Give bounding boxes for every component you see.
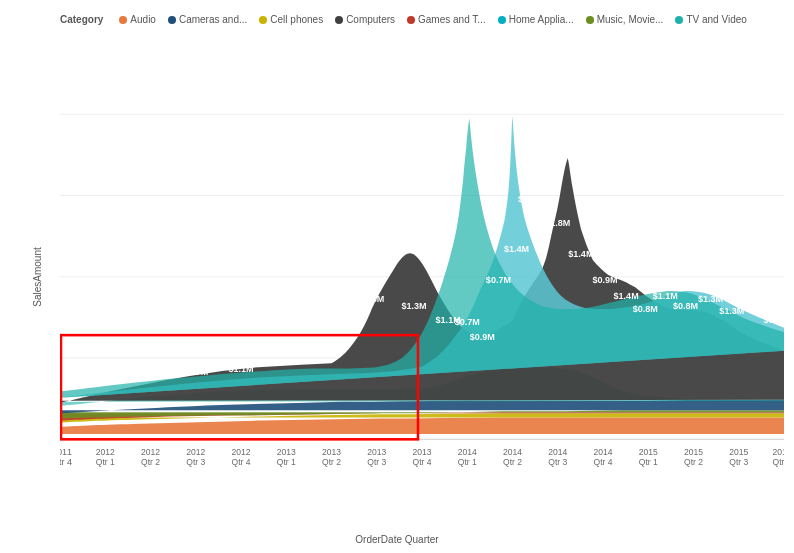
svg-text:2013: 2013 xyxy=(322,447,341,457)
legend-item-label: Computers xyxy=(346,14,395,25)
svg-text:$0.7M: $0.7M xyxy=(183,367,208,377)
svg-text:$0.8M: $0.8M xyxy=(763,314,784,324)
legend-item: TV and Video xyxy=(675,14,746,25)
svg-text:$1.9M: $1.9M xyxy=(518,194,543,204)
svg-text:2014: 2014 xyxy=(594,447,613,457)
legend-color-dot xyxy=(586,16,594,24)
legend-item-label: Music, Movie... xyxy=(597,14,664,25)
legend: Category AudioCameras and...Cell phonesC… xyxy=(60,10,784,33)
svg-text:2012: 2012 xyxy=(232,447,251,457)
svg-text:2013: 2013 xyxy=(367,447,386,457)
svg-text:$1.4M: $1.4M xyxy=(614,291,639,301)
svg-text:2012: 2012 xyxy=(141,447,160,457)
svg-text:Qtr 3: Qtr 3 xyxy=(186,457,205,467)
svg-text:2012: 2012 xyxy=(186,447,205,457)
svg-text:2015: 2015 xyxy=(639,447,658,457)
legend-item: Music, Movie... xyxy=(586,14,664,25)
svg-text:$0.7M: $0.7M xyxy=(455,317,480,327)
svg-text:Qtr 4: Qtr 4 xyxy=(232,457,251,467)
svg-text:2015: 2015 xyxy=(684,447,703,457)
svg-text:2011: 2011 xyxy=(60,447,72,457)
legend-item-label: TV and Video xyxy=(686,14,746,25)
svg-text:Qtr 1: Qtr 1 xyxy=(277,457,296,467)
svg-text:$1.4M: $1.4M xyxy=(568,249,593,259)
legend-item: Cameras and... xyxy=(168,14,247,25)
legend-item-label: Audio xyxy=(130,14,156,25)
svg-text:$1.1M: $1.1M xyxy=(653,291,678,301)
svg-text:Qtr 2: Qtr 2 xyxy=(322,457,341,467)
svg-text:Qtr 3: Qtr 3 xyxy=(729,457,748,467)
legend-item-label: Cell phones xyxy=(270,14,323,25)
legend-item-label: Games and T... xyxy=(418,14,486,25)
svg-text:$1.0M: $1.0M xyxy=(138,367,163,377)
legend-color-dot xyxy=(259,16,267,24)
svg-text:2014: 2014 xyxy=(548,447,567,457)
svg-text:2014: 2014 xyxy=(458,447,477,457)
legend-item: Audio xyxy=(119,14,156,25)
svg-text:Qtr 4: Qtr 4 xyxy=(413,457,432,467)
svg-text:$1.1M: $1.1M xyxy=(228,363,253,373)
svg-text:2013: 2013 xyxy=(277,447,296,457)
svg-text:$0.8M: $0.8M xyxy=(633,304,658,314)
svg-text:Qtr 1: Qtr 1 xyxy=(639,457,658,467)
svg-text:2013: 2013 xyxy=(413,447,432,457)
chart-area: 2011 Qtr 4 2012 Qtr 1 2012 Qtr 2 2012 Qt… xyxy=(60,33,784,481)
svg-text:$1.4M: $1.4M xyxy=(504,244,529,254)
svg-text:$1.8M: $1.8M xyxy=(545,218,570,228)
legend-color-dot xyxy=(407,16,415,24)
svg-text:$1.3M: $1.3M xyxy=(401,301,426,311)
svg-text:Qtr 2: Qtr 2 xyxy=(141,457,160,467)
chart-svg: 2011 Qtr 4 2012 Qtr 1 2012 Qtr 2 2012 Qt… xyxy=(60,33,784,481)
svg-text:Qtr 4: Qtr 4 xyxy=(60,457,72,467)
legend-item: Cell phones xyxy=(259,14,323,25)
svg-text:$0.7M: $0.7M xyxy=(486,275,511,285)
svg-text:Qtr 2: Qtr 2 xyxy=(684,457,703,467)
legend-title: Category xyxy=(60,14,103,25)
svg-text:2015: 2015 xyxy=(729,447,748,457)
legend-color-dot xyxy=(675,16,683,24)
svg-text:2015: 2015 xyxy=(772,447,784,457)
svg-text:2014: 2014 xyxy=(503,447,522,457)
x-axis-label: OrderDate Quarter xyxy=(355,534,438,545)
svg-text:$1.3M: $1.3M xyxy=(698,294,723,304)
legend-color-dot xyxy=(168,16,176,24)
svg-text:$0.8M: $0.8M xyxy=(673,301,698,311)
svg-text:$0.9M: $0.9M xyxy=(470,332,495,342)
legend-item-label: Home Applia... xyxy=(509,14,574,25)
svg-text:$1.0M: $1.0M xyxy=(93,376,118,386)
svg-text:2012: 2012 xyxy=(96,447,115,457)
svg-text:$2.3M: $2.3M xyxy=(359,294,384,304)
svg-text:Qtr 1: Qtr 1 xyxy=(96,457,115,467)
svg-text:Qtr 1: Qtr 1 xyxy=(458,457,477,467)
svg-text:Qtr 4: Qtr 4 xyxy=(773,457,784,467)
legend-color-dot xyxy=(498,16,506,24)
svg-text:$1.3M: $1.3M xyxy=(719,306,744,316)
chart-container: Category AudioCameras and...Cell phonesC… xyxy=(0,0,794,553)
svg-text:$1.5M: $1.5M xyxy=(741,296,766,306)
legend-item: Computers xyxy=(335,14,395,25)
svg-text:$0.9M: $0.9M xyxy=(592,275,617,285)
legend-color-dot xyxy=(335,16,343,24)
y-axis-label: SalesAmount xyxy=(32,247,43,306)
legend-item-label: Cameras and... xyxy=(179,14,247,25)
legend-item: Games and T... xyxy=(407,14,486,25)
svg-text:Qtr 4: Qtr 4 xyxy=(594,457,613,467)
legend-color-dot xyxy=(119,16,127,24)
svg-text:Qtr 3: Qtr 3 xyxy=(548,457,567,467)
svg-text:Qtr 2: Qtr 2 xyxy=(503,457,522,467)
svg-text:Qtr 3: Qtr 3 xyxy=(367,457,386,467)
legend-item: Home Applia... xyxy=(498,14,574,25)
